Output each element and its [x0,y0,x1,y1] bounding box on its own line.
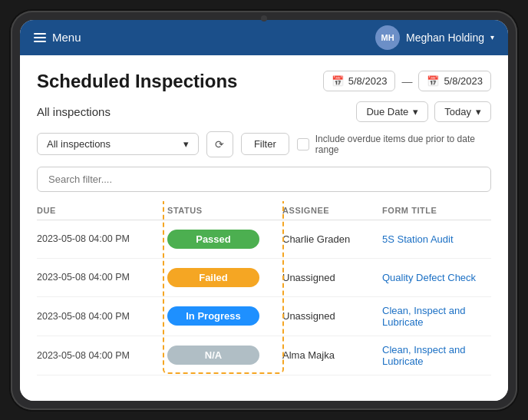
today-chevron: ▾ [476,106,481,117]
table-container: DUE STATUS ASSIGNEE FORM TITLE 2023-05-0… [37,201,491,392]
inspection-select-label: All inspections [47,138,111,150]
due-date-label: Due Date [366,106,408,117]
status-badge: In Progress [167,306,259,326]
header-row: Scheduled Inspections 📅 5/8/2023 — 📅 5/8… [37,71,491,92]
calendar-icon-from: 📅 [332,75,344,87]
cell-assignee: Alma Majka [282,349,382,361]
main-content: Scheduled Inspections 📅 5/8/2023 — 📅 5/8… [20,55,508,401]
table-row: 2023-05-08 04:00 PMN/AAlma MajkaClean, I… [37,336,491,375]
user-name: Meghan Holding [406,31,484,44]
page-title: Scheduled Inspections [37,71,237,92]
cell-form-title[interactable]: Quality Defect Check [382,272,491,283]
table-header: DUE STATUS ASSIGNEE FORM TITLE [37,201,491,220]
col-status: STATUS [167,206,282,215]
filter-button[interactable]: Filter [241,133,289,155]
inspection-chevron: ▾ [183,138,189,150]
overdue-checkbox[interactable] [297,138,309,150]
refresh-button[interactable]: ⟳ [206,131,233,157]
cell-status: Passed [167,230,282,249]
status-badge: N/A [167,346,259,365]
filter-row: All inspections Due Date ▾ Today ▾ [37,101,491,122]
filter-button-label: Filter [254,138,276,150]
form-title-link[interactable]: Quality Defect Check [382,272,476,283]
date-from-input[interactable]: 📅 5/8/2023 [323,71,396,91]
filter-label: All inspections [37,105,111,118]
inspection-type-select[interactable]: All inspections ▾ [37,133,199,155]
col-assignee: ASSIGNEE [282,206,382,215]
form-title-link[interactable]: Clean, Inspect and Lubricate [382,305,465,328]
date-range: 📅 5/8/2023 — 📅 5/8/2023 [323,71,491,91]
today-select[interactable]: Today ▾ [434,101,491,122]
cell-due: 2023-05-08 04:00 PM [37,272,167,283]
cell-assignee: Unassigned [282,310,382,322]
status-badge: Passed [167,230,259,249]
cell-form-title[interactable]: Clean, Inspect and Lubricate [382,305,491,328]
form-title-link[interactable]: Clean, Inspect and Lubricate [382,344,465,367]
form-title-link[interactable]: 5S Station Audit [382,233,454,245]
cell-form-title[interactable]: Clean, Inspect and Lubricate [382,344,491,367]
cell-assignee: Charlie Graden [282,233,382,245]
overdue-option[interactable]: Include overdue items due prior to date … [297,134,491,155]
table-body: 2023-05-08 04:00 PMPassedCharlie Graden5… [37,220,491,375]
date-to-input[interactable]: 📅 5/8/2023 [418,71,491,91]
col-due: DUE [37,206,167,215]
date-separator: — [401,75,412,88]
due-date-select[interactable]: Due Date ▾ [356,101,428,122]
menu-label: Menu [52,31,81,44]
date-from-value: 5/8/2023 [348,75,388,87]
overdue-text: Include overdue items due prior to date … [315,134,491,155]
cell-due: 2023-05-08 04:00 PM [37,311,167,322]
cell-due: 2023-05-08 04:00 PM [37,233,167,244]
date-to-value: 5/8/2023 [444,75,483,87]
cell-due: 2023-05-08 04:00 PM [37,350,167,361]
calendar-icon-to: 📅 [427,75,439,87]
avatar: MH [375,25,400,50]
action-row: All inspections ▾ ⟳ Filter Include overd… [37,131,491,157]
table-row: 2023-05-08 04:00 PMPassedCharlie Graden5… [37,220,491,259]
cell-status: In Progress [167,306,282,326]
hamburger-icon [34,33,46,42]
search-input[interactable] [37,167,491,192]
cell-status: Failed [167,268,282,287]
refresh-icon: ⟳ [215,138,224,150]
due-date-chevron: ▾ [413,106,418,117]
filter-selects: Due Date ▾ Today ▾ [356,101,491,122]
table-row: 2023-05-08 04:00 PMFailedUnassignedQuali… [37,259,491,297]
today-label: Today [444,106,471,117]
nav-bar: Menu MH Meghan Holding ▾ [20,20,508,55]
user-menu[interactable]: MH Meghan Holding ▾ [375,25,494,50]
table-row: 2023-05-08 04:00 PMIn ProgressUnassigned… [37,297,491,336]
chevron-down-icon: ▾ [490,33,494,41]
status-badge: Failed [167,268,259,287]
menu-button[interactable]: Menu [34,31,81,44]
cell-assignee: Unassigned [282,272,382,283]
cell-status: N/A [167,346,282,365]
cell-form-title[interactable]: 5S Station Audit [382,233,491,245]
col-form-title: FORM TITLE [382,206,491,215]
